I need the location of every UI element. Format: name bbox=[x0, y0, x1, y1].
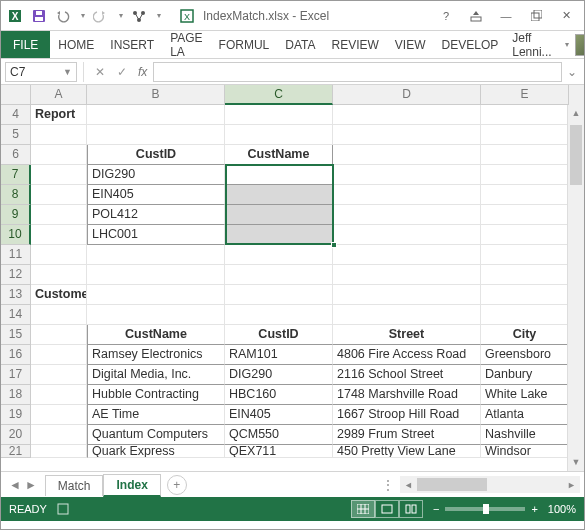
undo-dropdown-icon[interactable]: ▾ bbox=[81, 11, 85, 20]
cell[interactable] bbox=[333, 165, 481, 185]
cell[interactable]: Atlanta bbox=[481, 405, 569, 425]
cell[interactable] bbox=[481, 305, 569, 325]
cell[interactable] bbox=[31, 405, 87, 425]
qat-customize-icon[interactable]: ▾ bbox=[157, 11, 161, 20]
row-header[interactable]: 10 bbox=[1, 225, 31, 245]
scroll-down-icon[interactable]: ▼ bbox=[568, 454, 584, 471]
cell[interactable] bbox=[31, 365, 87, 385]
row-header[interactable]: 14 bbox=[1, 305, 31, 325]
fx-icon[interactable]: fx bbox=[138, 65, 147, 79]
cell[interactable]: CustID bbox=[87, 145, 225, 165]
row-header[interactable]: 4 bbox=[1, 105, 31, 125]
row-header[interactable]: 19 bbox=[1, 405, 31, 425]
view-page-break-icon[interactable] bbox=[399, 500, 423, 518]
cell[interactable]: 4806 Fire Access Road bbox=[333, 345, 481, 365]
row-header[interactable]: 16 bbox=[1, 345, 31, 365]
cell[interactable] bbox=[333, 245, 481, 265]
row-header[interactable]: 15 bbox=[1, 325, 31, 345]
cell[interactable] bbox=[31, 245, 87, 265]
cell[interactable]: POL412 bbox=[87, 205, 225, 225]
name-box-dropdown-icon[interactable]: ▼ bbox=[63, 67, 72, 77]
horizontal-scrollbar[interactable]: ◄ ► bbox=[400, 476, 580, 493]
cell[interactable] bbox=[31, 185, 87, 205]
cell[interactable] bbox=[87, 105, 225, 125]
col-header-B[interactable]: B bbox=[87, 85, 225, 105]
col-header-C[interactable]: C bbox=[225, 85, 333, 105]
cell[interactable] bbox=[31, 165, 87, 185]
vertical-scrollbar[interactable]: ▲ ▼ bbox=[567, 105, 584, 471]
row-header[interactable]: 20 bbox=[1, 425, 31, 445]
row-header[interactable]: 7 bbox=[1, 165, 31, 185]
scroll-right-icon[interactable]: ► bbox=[563, 480, 580, 490]
col-header-D[interactable]: D bbox=[333, 85, 481, 105]
expand-formula-bar-icon[interactable]: ⌄ bbox=[564, 65, 580, 79]
horizontal-scroll-thumb[interactable] bbox=[417, 478, 487, 491]
cell[interactable] bbox=[87, 305, 225, 325]
col-header-E[interactable]: E bbox=[481, 85, 569, 105]
cell[interactable]: Ramsey Electronics bbox=[87, 345, 225, 365]
cell[interactable] bbox=[31, 305, 87, 325]
view-normal-icon[interactable] bbox=[351, 500, 375, 518]
sheet-split-handle[interactable]: ⋮ bbox=[376, 478, 400, 492]
zoom-track[interactable] bbox=[445, 507, 525, 511]
undo-icon[interactable] bbox=[55, 8, 71, 24]
row-header[interactable]: 12 bbox=[1, 265, 31, 285]
user-account[interactable]: Jeff Lenni... ▾ bbox=[506, 31, 585, 58]
cell[interactable] bbox=[333, 205, 481, 225]
cell[interactable] bbox=[31, 325, 87, 345]
add-sheet-button[interactable]: + bbox=[167, 475, 187, 495]
vertical-scroll-thumb[interactable] bbox=[570, 125, 582, 185]
formula-bar[interactable] bbox=[153, 62, 562, 82]
help-icon[interactable]: ? bbox=[432, 6, 460, 26]
cell[interactable]: LHC001 bbox=[87, 225, 225, 245]
cell[interactable] bbox=[333, 185, 481, 205]
cell[interactable]: Street bbox=[333, 325, 481, 345]
cell[interactable]: 2989 Frum Street bbox=[333, 425, 481, 445]
cell[interactable]: City bbox=[481, 325, 569, 345]
sheet-tab-index[interactable]: Index bbox=[103, 474, 160, 497]
cell[interactable] bbox=[481, 125, 569, 145]
cell[interactable]: 1667 Stroop Hill Road bbox=[333, 405, 481, 425]
cell[interactable] bbox=[333, 225, 481, 245]
cell[interactable]: Report bbox=[31, 105, 87, 125]
ribbon-options-icon[interactable] bbox=[462, 6, 490, 26]
restore-icon[interactable] bbox=[522, 6, 550, 26]
row-header[interactable]: 6 bbox=[1, 145, 31, 165]
cell[interactable] bbox=[481, 105, 569, 125]
cell[interactable]: Hubble Contracting bbox=[87, 385, 225, 405]
cell[interactable] bbox=[481, 285, 569, 305]
cell[interactable] bbox=[225, 205, 333, 225]
redo-icon[interactable] bbox=[93, 8, 109, 24]
cell[interactable]: AE Time bbox=[87, 405, 225, 425]
macro-record-icon[interactable] bbox=[57, 503, 69, 515]
cell[interactable] bbox=[31, 225, 87, 245]
cell[interactable] bbox=[481, 185, 569, 205]
zoom-thumb[interactable] bbox=[483, 504, 489, 514]
tab-home[interactable]: HOME bbox=[50, 31, 102, 58]
cell[interactable]: EIN405 bbox=[225, 405, 333, 425]
cell[interactable] bbox=[333, 265, 481, 285]
zoom-slider[interactable]: − + bbox=[433, 503, 538, 515]
cell[interactable]: 450 Pretty View Lane bbox=[333, 445, 481, 458]
cell[interactable]: Quark Express bbox=[87, 445, 225, 458]
cell[interactable] bbox=[225, 165, 333, 185]
cell[interactable]: HBC160 bbox=[225, 385, 333, 405]
row-header[interactable]: 11 bbox=[1, 245, 31, 265]
cell[interactable]: DIG290 bbox=[225, 365, 333, 385]
cell[interactable]: DIG290 bbox=[87, 165, 225, 185]
sheet-tab-match[interactable]: Match bbox=[45, 475, 104, 496]
cell[interactable] bbox=[31, 125, 87, 145]
cell[interactable] bbox=[481, 205, 569, 225]
zoom-out-icon[interactable]: − bbox=[433, 503, 439, 515]
cell[interactable]: Nashville bbox=[481, 425, 569, 445]
cell[interactable] bbox=[333, 105, 481, 125]
row-header[interactable]: 9 bbox=[1, 205, 31, 225]
file-tab[interactable]: FILE bbox=[1, 31, 50, 58]
cell[interactable] bbox=[225, 245, 333, 265]
cell[interactable] bbox=[481, 225, 569, 245]
cell[interactable]: CustID bbox=[225, 325, 333, 345]
cell[interactable] bbox=[87, 245, 225, 265]
cell[interactable]: Danbury bbox=[481, 365, 569, 385]
cell[interactable] bbox=[87, 125, 225, 145]
cell[interactable] bbox=[31, 385, 87, 405]
